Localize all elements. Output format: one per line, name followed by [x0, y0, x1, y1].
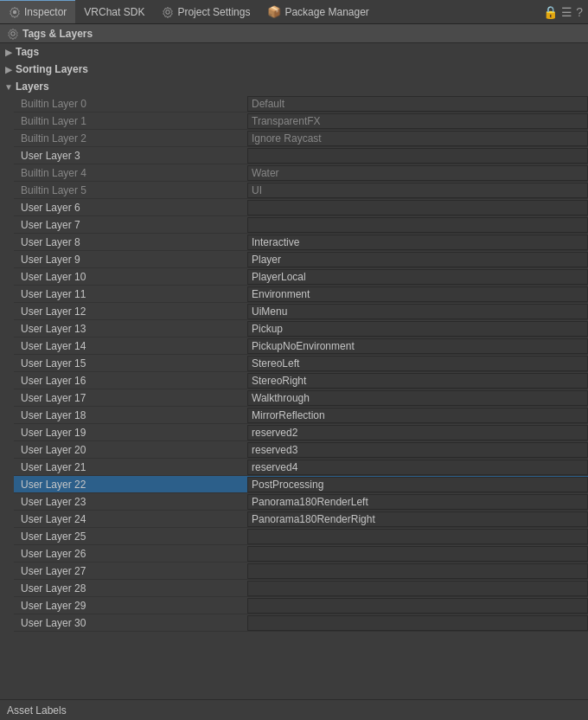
layer-input-24[interactable] [247, 511, 588, 527]
layer-row-19[interactable]: User Layer 19 [14, 424, 588, 441]
layer-name-15: User Layer 15 [14, 357, 247, 370]
layer-name-0: Builtin Layer 0 [14, 98, 247, 110]
layer-input-26[interactable] [247, 546, 588, 562]
layer-name-5: Builtin Layer 5 [14, 184, 247, 196]
layer-row-6[interactable]: User Layer 6 [14, 199, 588, 216]
layer-input-11[interactable] [247, 286, 588, 302]
help-icon[interactable]: ? [576, 5, 583, 19]
layers-arrow [3, 81, 14, 92]
layer-row-12[interactable]: User Layer 12 [14, 303, 588, 320]
sub-header: Tags & Layers [0, 24, 588, 43]
layer-input-19[interactable] [247, 425, 588, 440]
layer-input-6[interactable] [247, 200, 588, 215]
layer-input-15[interactable] [247, 356, 588, 371]
layer-name-20: User Layer 20 [14, 444, 247, 456]
layer-input-0[interactable] [247, 96, 588, 112]
layer-name-29: User Layer 29 [14, 600, 247, 612]
layer-row-26[interactable]: User Layer 26 [14, 545, 588, 562]
layer-name-9: User Layer 9 [14, 254, 247, 266]
sorting-layers-label: Sorting Layers [16, 63, 88, 75]
layer-name-6: User Layer 6 [14, 202, 247, 214]
layer-row-21[interactable]: User Layer 21 [14, 459, 588, 476]
layer-name-18: User Layer 18 [14, 409, 247, 421]
layer-input-17[interactable] [247, 390, 588, 406]
lock-icon[interactable]: 🔒 [543, 5, 558, 19]
layers-section[interactable]: Layers [0, 78, 588, 95]
layer-name-1: Builtin Layer 1 [14, 115, 247, 127]
asset-labels-text: Asset Labels [7, 704, 67, 717]
layer-name-14: User Layer 14 [14, 340, 247, 352]
layer-input-12[interactable] [247, 304, 588, 319]
tab-package-manager[interactable]: 📦 Package Manager [259, 0, 377, 23]
layer-input-18[interactable] [247, 408, 588, 423]
layer-input-7[interactable] [247, 217, 588, 233]
layer-row-8[interactable]: User Layer 8 [14, 234, 588, 251]
layer-input-16[interactable] [247, 373, 588, 389]
layer-input-29[interactable] [247, 598, 588, 614]
layer-row-18[interactable]: User Layer 18 [14, 407, 588, 424]
layer-input-3[interactable] [247, 148, 588, 164]
layer-name-7: User Layer 7 [14, 219, 247, 231]
sub-header-title: Tags & Layers [22, 28, 93, 40]
layer-input-14[interactable] [247, 338, 588, 354]
layer-row-23[interactable]: User Layer 23 [14, 493, 588, 511]
layer-input-27[interactable] [247, 563, 588, 579]
layer-name-27: User Layer 27 [14, 565, 247, 577]
svg-point-0 [13, 10, 16, 14]
layer-input-30[interactable] [247, 615, 588, 631]
layer-row-9[interactable]: User Layer 9 [14, 251, 588, 268]
layer-row-16[interactable]: User Layer 16 [14, 372, 588, 389]
layer-name-3: User Layer 3 [14, 150, 247, 162]
main-content[interactable]: Tags Sorting Layers Layers Builtin Layer… [0, 43, 588, 699]
tab-bar-actions: 🔒 ☰ ? [543, 5, 588, 19]
package-icon: 📦 [267, 5, 281, 18]
layer-row-11[interactable]: User Layer 11 [14, 286, 588, 303]
layer-input-20[interactable] [247, 442, 588, 458]
layer-row-25[interactable]: User Layer 25 [14, 528, 588, 545]
layer-row-13[interactable]: User Layer 13 [14, 320, 588, 338]
layer-row-20[interactable]: User Layer 20 [14, 441, 588, 459]
layer-row-0[interactable]: Builtin Layer 0 [14, 95, 588, 112]
layer-row-15[interactable]: User Layer 15 [14, 355, 588, 372]
layer-name-12: User Layer 12 [14, 305, 247, 318]
layer-row-30[interactable]: User Layer 30 [14, 614, 588, 632]
layer-input-21[interactable] [247, 460, 588, 475]
layer-input-23[interactable] [247, 494, 588, 510]
layer-row-3[interactable]: User Layer 3 [14, 147, 588, 164]
layer-row-14[interactable]: User Layer 14 [14, 338, 588, 355]
layer-input-25[interactable] [247, 529, 588, 544]
svg-point-1 [166, 10, 169, 13]
layer-row-22[interactable]: User Layer 22 [14, 476, 588, 493]
layer-row-5[interactable]: Builtin Layer 5 [14, 182, 588, 199]
tab-project-settings[interactable]: Project Settings [153, 0, 259, 23]
layer-name-23: User Layer 23 [14, 496, 247, 508]
layer-row-17[interactable]: User Layer 17 [14, 389, 588, 407]
layer-input-9[interactable] [247, 252, 588, 267]
layer-input-13[interactable] [247, 321, 588, 337]
layer-input-22[interactable] [247, 477, 588, 492]
layer-row-2[interactable]: Builtin Layer 2 [14, 130, 588, 147]
layer-row-29[interactable]: User Layer 29 [14, 597, 588, 614]
layer-row-28[interactable]: User Layer 28 [14, 580, 588, 597]
layer-name-10: User Layer 10 [14, 271, 247, 283]
layer-row-1[interactable]: Builtin Layer 1 [14, 112, 588, 130]
layer-row-27[interactable]: User Layer 27 [14, 562, 588, 580]
layer-input-8[interactable] [247, 235, 588, 250]
tags-section[interactable]: Tags [0, 43, 588, 61]
layer-row-10[interactable]: User Layer 10 [14, 268, 588, 286]
layer-name-13: User Layer 13 [14, 323, 247, 335]
layer-row-4[interactable]: Builtin Layer 4 [14, 164, 588, 182]
layer-row-24[interactable]: User Layer 24 [14, 511, 588, 528]
layer-input-10[interactable] [247, 269, 588, 285]
layer-input-4[interactable] [247, 165, 588, 181]
menu-icon[interactable]: ☰ [561, 5, 572, 19]
layer-name-2: Builtin Layer 2 [14, 132, 247, 145]
layer-input-2[interactable] [247, 131, 588, 146]
layer-input-1[interactable] [247, 113, 588, 129]
tab-inspector[interactable]: Inspector [0, 0, 75, 23]
tab-vrchat-sdk[interactable]: VRChat SDK [75, 0, 153, 23]
layer-input-28[interactable] [247, 581, 588, 596]
layer-input-5[interactable] [247, 183, 588, 198]
sorting-layers-section[interactable]: Sorting Layers [0, 61, 588, 78]
layer-row-7[interactable]: User Layer 7 [14, 216, 588, 234]
